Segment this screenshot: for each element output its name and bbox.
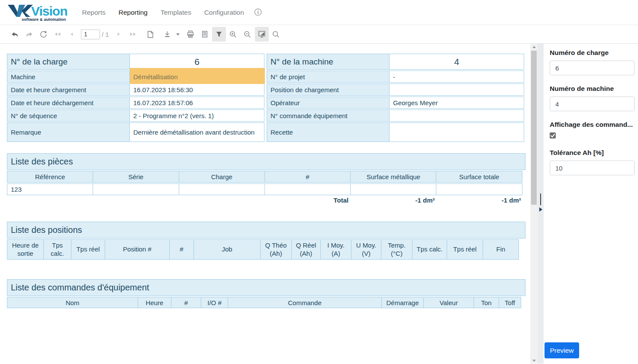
logo-text: Vision (31, 5, 67, 18)
page-number-input[interactable] (81, 29, 100, 39)
equipment-order-label: N° commande équipement (267, 110, 390, 122)
machine-number-value: 4 (389, 54, 524, 70)
report-toolbar: / 1 (0, 25, 638, 44)
charge-param-label: Numéro de charge (550, 49, 635, 57)
nav-configuration[interactable]: Configuration (204, 9, 244, 16)
print-button[interactable] (184, 27, 197, 42)
pieces-section: Liste des pièces Référence Série Charge … (7, 153, 525, 204)
positions-section: Liste des positions Heure de sortie Tps … (7, 222, 525, 261)
scroll-down-arrow[interactable] (530, 358, 538, 364)
tolerance-param-input[interactable] (550, 161, 635, 175)
total-surface: -1 dm² (438, 196, 524, 204)
nav-reports[interactable]: Reports (82, 9, 105, 16)
load-date-label: Date et heure chargement (7, 84, 130, 96)
forward-icon (25, 30, 33, 39)
project-value: - (389, 71, 524, 83)
sequence-value: 2 - Programme n°2 (vers. 1) (129, 110, 264, 122)
report-canvas: N° de la charge 6 Machine Démétallisatio… (0, 44, 530, 364)
splitter-collapse-icon[interactable] (539, 207, 542, 212)
back-button[interactable] (8, 27, 22, 42)
main-nav: Reports Reporting Templates Configuratio… (82, 9, 244, 16)
operator-value: Georges Meyer (389, 97, 524, 109)
download-options-caret[interactable] (175, 27, 181, 42)
parameters-panel: Numéro de charge Numéro de machine Affic… (544, 44, 638, 364)
next-page-icon (116, 31, 122, 37)
pieces-data-row: 123 (7, 184, 525, 195)
panel-splitter[interactable] (538, 44, 544, 364)
equipment-order-value (389, 110, 524, 122)
machine-info-table: N° de la machine 4 N° de projet - Positi… (267, 54, 525, 143)
pieces-title: Liste des pièces (7, 153, 525, 170)
nav-templates[interactable]: Templates (161, 9, 191, 16)
refresh-icon (39, 30, 48, 39)
operator-label: Opérateur (267, 97, 390, 109)
machine-number-label: N° de la machine (267, 54, 390, 70)
prev-page-button[interactable] (65, 27, 79, 42)
download-button[interactable] (161, 27, 174, 42)
positions-header-row: Heure de sortie Tps calc. Tps réel Posit… (7, 239, 525, 260)
app-header: Vision software & automation Reports Rep… (0, 0, 638, 25)
machine-label: Machine (7, 71, 130, 83)
positions-title: Liste des positions (7, 222, 525, 238)
prev-page-icon (69, 31, 75, 37)
last-page-button[interactable] (126, 27, 140, 42)
nav-reporting[interactable]: Reporting (119, 9, 148, 16)
recipe-value (389, 122, 524, 142)
pieces-total-row: Total -1 dm² -1 dm² (7, 196, 525, 204)
preview-button[interactable]: Preview (545, 342, 579, 358)
back-icon (11, 30, 19, 39)
splitter-handle[interactable] (540, 193, 541, 205)
commands-header-row: Nom Heure # I/O # Commande Démarrage Val… (7, 297, 525, 308)
unload-date-value: 16.07.2023 18:57:06 (129, 97, 264, 109)
last-page-icon (129, 31, 136, 38)
pieces-header-row: Référence Série Charge # Surface métalli… (7, 171, 525, 183)
document-view-icon (201, 30, 209, 38)
search-icon (272, 30, 280, 39)
charge-number-label: N° de la charge (7, 54, 130, 70)
vk-logo-icon (7, 3, 34, 18)
fit-page-button[interactable] (255, 27, 269, 42)
caret-down-icon (176, 32, 180, 36)
machine-param-label: Numéro de machine (550, 85, 635, 93)
filter-icon (215, 30, 223, 38)
remark-label: Remarque (7, 122, 130, 142)
load-position-value (389, 84, 524, 96)
zoom-out-button[interactable] (241, 27, 255, 42)
vkvision-logo[interactable]: Vision software & automation (7, 3, 67, 22)
fit-page-icon (258, 30, 266, 39)
zoom-in-button[interactable] (226, 27, 240, 42)
load-date-value: 16.07.2023 18:56:30 (129, 84, 264, 96)
total-metal-surface: -1 dm² (352, 196, 438, 204)
sequence-label: N° de séquence (7, 110, 130, 122)
next-page-button[interactable] (112, 27, 126, 42)
scroll-up-arrow[interactable] (530, 44, 538, 50)
machine-param-input[interactable] (550, 97, 635, 111)
logo-tagline: software & automation (22, 17, 67, 22)
charge-param-input[interactable] (550, 61, 635, 75)
filter-button[interactable] (212, 27, 226, 42)
info-icon[interactable]: ⓘ (255, 7, 262, 17)
charge-info-table: N° de la charge 6 Machine Démétallisatio… (7, 54, 266, 143)
charge-number-value: 6 (129, 54, 264, 70)
new-document-icon (146, 30, 155, 39)
recipe-label: Recette (267, 122, 390, 142)
commands-toggle-label: Affichage des command... (550, 121, 635, 129)
commands-section: Liste des commandes d'équipement Nom Heu… (7, 279, 525, 309)
new-document-button[interactable] (144, 27, 158, 42)
unload-date-label: Date et heure déchargement (7, 97, 130, 109)
download-icon (163, 30, 171, 39)
scroll-thumb[interactable] (531, 51, 537, 205)
zoom-in-icon (229, 30, 237, 39)
document-view-button[interactable] (198, 27, 212, 42)
forward-button[interactable] (22, 27, 36, 42)
first-page-icon (54, 31, 61, 38)
page-count-label: / 1 (102, 31, 109, 38)
remark-value: Dernière démétallisation avant destructi… (129, 122, 264, 142)
first-page-button[interactable] (51, 27, 64, 42)
search-button[interactable] (269, 27, 283, 42)
refresh-button[interactable] (36, 27, 50, 42)
load-position-label: Position de chargement (267, 84, 390, 96)
commands-checkbox[interactable] (550, 132, 556, 139)
vertical-scrollbar[interactable] (530, 44, 538, 364)
tolerance-param-label: Tolérance Ah [%] (550, 149, 635, 157)
